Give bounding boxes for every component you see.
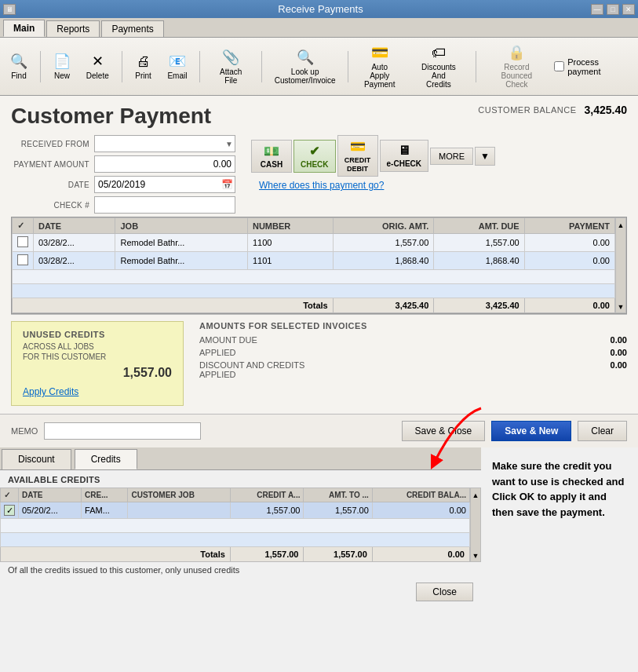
credit-debit-button[interactable]: 💳 CREDIT DEBIT — [337, 135, 378, 177]
col-number: NUMBER — [247, 218, 333, 234]
row2-check[interactable] — [13, 252, 34, 270]
more-button[interactable]: MORE — [430, 148, 473, 165]
credits-table-wrapper: ✓ DATE CRE... CUSTOMER JOB CREDIT A... A… — [0, 488, 481, 562]
payment-form: RECEIVED FROM ▼ PAYMENT AMOUNT DATE 📅 CH… — [11, 135, 235, 217]
table-scrollbar[interactable]: ▲ ▼ — [615, 217, 626, 313]
row1-orig-amt: 1,557.00 — [333, 234, 434, 252]
totals-amt-due: 3,425.40 — [434, 298, 524, 313]
minimize-button[interactable]: — — [591, 4, 603, 15]
echeck-icon: 🖥 — [387, 144, 421, 158]
auto-apply-button[interactable]: 💳 Auto Apply Payment — [355, 41, 403, 92]
panel-tabs: Discount Credits — [0, 447, 481, 470]
window-icon: 🖥 — [3, 4, 16, 15]
maximize-button[interactable]: □ — [607, 4, 619, 15]
row2-payment[interactable]: 0.00 — [524, 252, 614, 270]
received-from-input[interactable] — [98, 138, 232, 149]
checkbox-row1[interactable] — [17, 236, 28, 247]
check-button[interactable]: ✔ CHECK — [293, 140, 336, 173]
credit-amount: 1,557.00 — [23, 366, 172, 380]
apply-credits-button[interactable]: Apply Credits — [23, 386, 78, 397]
cash-icon: 💵 — [258, 144, 285, 159]
bottom-panel-container: Discount Credits AVAILABLE CREDITS ✓ DAT… — [0, 447, 638, 606]
col-job: JOB — [115, 218, 247, 234]
credit-empty-row-1 — [1, 519, 470, 533]
credit-totals-label: Totals — [1, 547, 231, 562]
credit-row1-date: 05/20/2... — [19, 502, 82, 519]
credit-row1-check[interactable]: ✓ — [1, 502, 19, 519]
credit-col-date: DATE — [19, 488, 82, 502]
checkbox-row2[interactable] — [17, 254, 28, 265]
totals-row: Totals 3,425.40 3,425.40 0.00 — [13, 298, 615, 313]
calendar-icon[interactable]: 📅 — [221, 179, 233, 190]
for-customer: FOR THIS CUSTOMER — [23, 352, 172, 361]
tab-payments[interactable]: Payments — [101, 20, 163, 37]
page-title: Customer Payment — [11, 104, 211, 129]
tab-discount[interactable]: Discount — [2, 449, 71, 469]
tab-credits[interactable]: Credits — [75, 449, 137, 469]
where-payment-link[interactable]: Where does this payment go? — [259, 180, 495, 191]
delete-button[interactable]: ✕ Delete — [81, 49, 115, 83]
email-button[interactable]: 📧 Email — [162, 49, 193, 83]
discounts-icon: 🏷 — [432, 45, 446, 61]
dropdown-more-button[interactable]: ▼ — [475, 147, 495, 166]
row1-check[interactable] — [13, 234, 34, 252]
cash-button[interactable]: 💵 CASH — [251, 140, 292, 173]
clear-button[interactable]: Clear — [578, 421, 627, 441]
across-all-jobs: ACROSS ALL JOBS — [23, 342, 172, 351]
credit-table-row[interactable]: ✓ 05/20/2... FAM... 1,557.00 1,557.00 0.… — [1, 502, 470, 519]
col-date: DATE — [34, 218, 115, 234]
record-icon: 🔒 — [508, 44, 525, 61]
unused-credits-title: UNUSED CREDITS — [23, 330, 172, 339]
save-new-button[interactable]: Save & New — [491, 421, 571, 441]
col-payment: PAYMENT — [524, 218, 614, 234]
amounts-title: AMOUNTS FOR SELECTED INVOICES — [199, 321, 627, 331]
row1-date: 03/28/2... — [34, 234, 115, 252]
col-check: ✓ — [13, 218, 34, 234]
tab-main[interactable]: Main — [3, 20, 45, 37]
payment-amount-field[interactable] — [94, 155, 235, 173]
customer-balance-label: CUSTOMER BALANCE — [478, 105, 576, 115]
discount-credits-value: 0.00 — [580, 360, 627, 379]
print-button[interactable]: 🖨 Print — [129, 50, 158, 83]
payment-amount-input[interactable] — [98, 159, 232, 170]
applied-label: APPLIED — [199, 348, 235, 357]
panel-close-button[interactable]: Close — [416, 583, 473, 601]
date-field[interactable]: 📅 — [94, 176, 235, 193]
new-icon: 📄 — [53, 53, 71, 70]
date-input[interactable] — [98, 179, 232, 190]
lookup-button[interactable]: 🔍 Look up Customer/Invoice — [269, 46, 341, 88]
credit-col-job: CUSTOMER JOB — [128, 488, 230, 502]
memo-input[interactable] — [44, 422, 201, 440]
tab-reports[interactable]: Reports — [46, 20, 100, 37]
echeck-button[interactable]: 🖥 e-CHECK — [380, 140, 428, 172]
attach-icon: 📎 — [222, 49, 239, 66]
find-button[interactable]: 🔍 Find — [5, 49, 33, 83]
credit-row1-amt-to: 1,557.00 — [304, 502, 372, 519]
received-from-field[interactable]: ▼ — [94, 135, 235, 152]
new-button[interactable]: 📄 New — [48, 49, 76, 83]
delete-icon: ✕ — [92, 53, 104, 70]
date-label: DATE — [11, 181, 89, 189]
credit-checkbox-row1[interactable]: ✓ — [4, 505, 15, 516]
row2-job: Remodel Bathr... — [115, 252, 247, 270]
credits-table: ✓ DATE CRE... CUSTOMER JOB CREDIT A... A… — [0, 488, 470, 562]
main-content: Customer Payment CUSTOMER BALANCE 3,425.… — [0, 96, 638, 414]
discounts-credits-button[interactable]: 🏷 Discounts And Credits — [408, 42, 468, 92]
credit-row1-amount: 1,557.00 — [230, 502, 304, 519]
close-button[interactable]: ✕ — [622, 4, 635, 15]
process-payment-checkbox[interactable] — [554, 61, 564, 71]
check-num-field[interactable] — [94, 196, 235, 214]
credits-table-scrollbar[interactable]: ▲ ▼ — [470, 488, 481, 562]
table-row[interactable]: 03/28/2... Remodel Bathr... 1101 1,868.4… — [13, 252, 615, 270]
table-row[interactable]: 03/28/2... Remodel Bathr... 1100 1,557.0… — [13, 234, 615, 252]
check-num-input[interactable] — [98, 199, 232, 210]
row1-number: 1100 — [247, 234, 333, 252]
credit-col-amount: CREDIT A... — [230, 488, 304, 502]
payment-methods-area: 💵 CASH ✔ CHECK 💳 CREDIT DEBIT 🖥 e-CHECK … — [251, 135, 495, 191]
received-from-dropdown-icon[interactable]: ▼ — [225, 140, 233, 148]
totals-label: Totals — [13, 298, 334, 313]
process-payment-checkbox-area[interactable]: Process payment — [554, 57, 633, 76]
attach-file-button[interactable]: 📎 Attach File — [207, 46, 254, 88]
row1-payment[interactable]: 0.00 — [524, 234, 614, 252]
invoice-table: ✓ DATE JOB NUMBER ORIG. AMT. AMT. DUE PA… — [12, 217, 615, 313]
